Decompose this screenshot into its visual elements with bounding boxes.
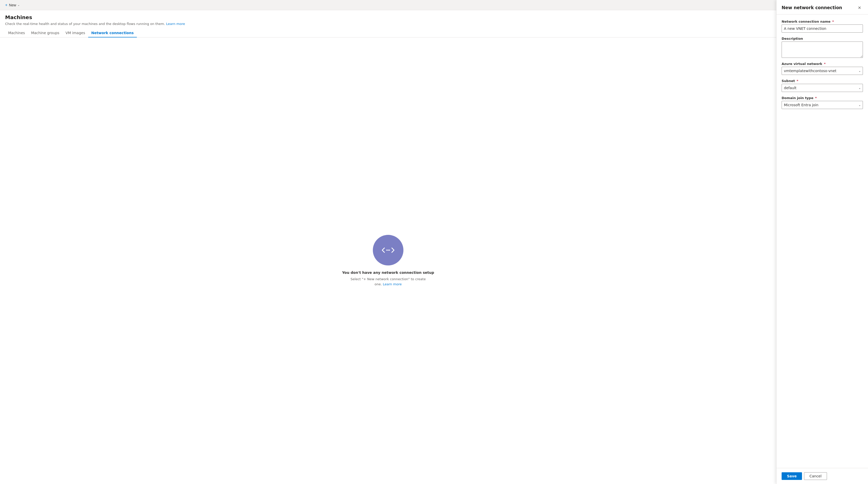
panel-footer: Save Cancel	[776, 468, 868, 484]
subnet-select-wrapper: default ⌄	[782, 84, 863, 92]
empty-state-title: You don't have any network connection se…	[342, 270, 434, 275]
chevron-down-icon: ⌄	[18, 4, 20, 6]
svg-point-0	[386, 250, 388, 251]
new-network-connection-panel: New network connection ✕ Network connect…	[776, 0, 868, 484]
azure-vnet-field: Azure virtual network * vmtemplatewithco…	[782, 62, 863, 75]
learn-more-empty-link[interactable]: Learn more	[383, 282, 402, 286]
empty-state: You don't have any network connection se…	[0, 37, 776, 484]
network-connection-illustration	[373, 235, 403, 265]
new-button[interactable]: + New ⌄	[3, 2, 22, 8]
description-textarea[interactable]	[782, 41, 863, 58]
top-bar: + New ⌄	[0, 0, 776, 10]
description-label: Description	[782, 37, 863, 40]
save-button[interactable]: Save	[782, 472, 802, 480]
svg-point-2	[389, 250, 390, 251]
connection-name-field: Network connection name *	[782, 20, 863, 33]
description-field: Description	[782, 37, 863, 58]
network-icon	[380, 246, 396, 254]
svg-point-1	[388, 250, 389, 251]
close-panel-button[interactable]: ✕	[856, 4, 863, 11]
tab-machines[interactable]: Machines	[5, 29, 28, 37]
domain-join-type-label: Domain join type *	[782, 96, 863, 100]
empty-state-description: Select "+ New network connection" to cre…	[347, 277, 429, 287]
required-star-domain: *	[814, 96, 817, 100]
subnet-label: Subnet *	[782, 79, 863, 83]
panel-header: New network connection ✕	[776, 0, 868, 14]
connection-name-label: Network connection name *	[782, 20, 863, 24]
required-star-name: *	[831, 20, 834, 24]
subnet-select[interactable]: default	[782, 84, 863, 92]
new-button-label: New	[9, 3, 16, 7]
required-star-subnet: *	[795, 79, 798, 83]
domain-join-type-select[interactable]: Microsoft Entra join	[782, 101, 863, 109]
tab-vm-images[interactable]: VM images	[62, 29, 88, 37]
tab-machine-groups[interactable]: Machine groups	[28, 29, 62, 37]
page-header: Machines Check the real-time health and …	[0, 10, 776, 29]
panel-title: New network connection	[782, 5, 842, 10]
tabs-bar: Machines Machine groups VM images Networ…	[0, 29, 776, 37]
connection-name-input[interactable]	[782, 25, 863, 33]
page-description: Check the real-time health and status of…	[5, 22, 771, 26]
description-text: Check the real-time health and status of…	[5, 22, 165, 26]
panel-body: Network connection name * Description Az…	[776, 14, 868, 468]
plus-icon: +	[5, 3, 7, 7]
azure-vnet-select-wrapper: vmtemplatewithcontoso-vnet ⌄	[782, 67, 863, 75]
main-content: + New ⌄ Machines Check the real-time hea…	[0, 0, 776, 484]
page-title: Machines	[5, 14, 771, 21]
close-icon: ✕	[858, 5, 861, 10]
domain-join-type-select-wrapper: Microsoft Entra join ⌄	[782, 101, 863, 109]
tab-network-connections[interactable]: Network connections	[88, 29, 137, 37]
cancel-button[interactable]: Cancel	[804, 472, 827, 480]
learn-more-header-link[interactable]: Learn more	[166, 22, 185, 26]
required-star-vnet: *	[823, 62, 826, 66]
subnet-field: Subnet * default ⌄	[782, 79, 863, 92]
azure-vnet-select[interactable]: vmtemplatewithcontoso-vnet	[782, 67, 863, 75]
azure-vnet-label: Azure virtual network *	[782, 62, 863, 66]
domain-join-type-field: Domain join type * Microsoft Entra join …	[782, 96, 863, 109]
